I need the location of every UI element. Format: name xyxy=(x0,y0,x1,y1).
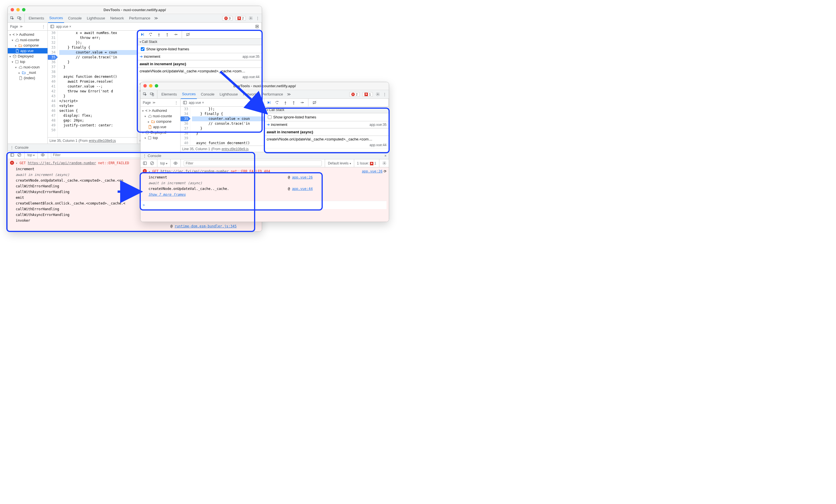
step-into-icon[interactable] xyxy=(283,100,287,105)
close-icon[interactable] xyxy=(143,84,147,88)
step-over-icon[interactable] xyxy=(149,32,153,37)
clear-console-icon[interactable] xyxy=(150,161,154,165)
step-out-icon[interactable] xyxy=(291,100,296,105)
call-stack-header[interactable]: Call Stack xyxy=(264,107,389,113)
more-icon[interactable]: ≫ xyxy=(20,25,23,28)
source-link[interactable]: app.vue:26 xyxy=(362,169,382,174)
gear-icon[interactable] xyxy=(249,16,253,20)
device-icon[interactable] xyxy=(150,92,154,96)
context-selector[interactable]: top ▾ xyxy=(27,153,35,157)
issues-link[interactable]: 1 Issue: ⚑ 1 xyxy=(357,161,376,165)
inspect-icon[interactable] xyxy=(143,92,147,96)
gear-icon[interactable] xyxy=(382,161,386,165)
file-tree[interactable]: < > Authored nuxi-counte compone app.vue… xyxy=(140,107,180,152)
sidebar-toggle-icon[interactable] xyxy=(50,24,54,28)
issues-badge[interactable]: ⚑2 xyxy=(235,16,246,21)
step-icon[interactable] xyxy=(300,100,304,105)
filter-input[interactable] xyxy=(184,160,322,166)
console-output[interactable]: ✕ ▾ GET https://jec.fyi/api/random-numbe… xyxy=(140,167,389,222)
tab-performance[interactable]: Performance xyxy=(261,90,284,99)
show-ignored-checkbox[interactable]: Show ignore-listed frames xyxy=(267,114,316,120)
eye-icon[interactable] xyxy=(41,153,45,157)
step-icon[interactable] xyxy=(173,32,178,37)
file-app-vue[interactable]: app.vue xyxy=(140,124,180,130)
traffic-lights[interactable] xyxy=(11,8,25,12)
show-more-frames[interactable]: Show 7 more frames xyxy=(149,193,186,196)
traffic-lights[interactable] xyxy=(143,84,158,88)
levels-selector[interactable]: Default levels ▾ xyxy=(328,161,351,165)
inspect-icon[interactable] xyxy=(10,16,14,20)
clear-console-icon[interactable] xyxy=(17,153,21,157)
file-app-vue[interactable]: app.vue xyxy=(8,48,48,54)
tab-console[interactable]: Console xyxy=(67,14,83,23)
deactivate-breakpoints-icon[interactable] xyxy=(312,100,317,105)
tab-console[interactable]: Console xyxy=(200,90,216,99)
svg-marker-7 xyxy=(256,26,258,27)
sidebar-toggle-icon[interactable] xyxy=(10,153,14,157)
resume-icon[interactable] xyxy=(140,32,145,37)
step-into-icon[interactable] xyxy=(157,32,161,37)
close-icon[interactable]: × xyxy=(384,154,386,158)
kebab-icon[interactable]: ⋮ xyxy=(42,25,45,28)
tab-network[interactable]: Network xyxy=(109,14,125,23)
maximize-icon[interactable] xyxy=(22,8,25,12)
window-title: DevTools - nuxi-counter.netlify.app/ xyxy=(103,8,166,12)
source-link[interactable]: entry.d9e108e9.js xyxy=(222,147,249,151)
svg-line-44 xyxy=(151,162,153,164)
call-stack-header[interactable]: Call Stack xyxy=(137,39,262,45)
svg-point-27 xyxy=(377,94,379,95)
more-tabs-icon[interactable]: ≫ xyxy=(154,16,158,20)
run-snippet-icon[interactable] xyxy=(255,24,259,28)
more-icon[interactable]: ≫ xyxy=(152,101,155,104)
device-icon[interactable] xyxy=(17,16,21,20)
console-drawer-header[interactable]: ⋮ Console × xyxy=(140,152,389,159)
file-tab[interactable]: app.vue × xyxy=(189,101,204,105)
deactivate-breakpoints-icon[interactable] xyxy=(186,32,190,37)
stack-frame[interactable]: ➔ increment app.vue:35 xyxy=(264,121,389,128)
context-selector[interactable]: top ▾ xyxy=(160,161,167,165)
page-tab[interactable]: Page xyxy=(143,101,151,105)
eye-icon[interactable] xyxy=(173,161,178,165)
stack-frame[interactable]: ➔ increment app.vue:35 xyxy=(137,53,262,60)
step-over-icon[interactable] xyxy=(275,100,279,105)
stack-frame[interactable]: createVNode.onUpdateVal._cache.<computed… xyxy=(264,136,389,149)
step-out-icon[interactable] xyxy=(165,32,169,37)
tab-lighthouse[interactable]: Lighthouse xyxy=(218,90,239,99)
resume-icon[interactable] xyxy=(267,100,271,105)
tab-network[interactable]: Network xyxy=(242,90,258,99)
minimize-icon[interactable] xyxy=(149,84,152,88)
issues-badge[interactable]: ⚑1 xyxy=(362,92,373,97)
tab-lighthouse[interactable]: Lighthouse xyxy=(86,14,107,23)
svg-marker-30 xyxy=(268,101,269,104)
console-prompt[interactable]: > xyxy=(140,201,386,209)
tab-performance[interactable]: Performance xyxy=(128,14,151,23)
minimize-icon[interactable] xyxy=(16,8,20,12)
errors-badge[interactable]: ✕3 xyxy=(222,16,233,21)
close-icon[interactable] xyxy=(11,8,14,12)
file-tab[interactable]: app.vue × xyxy=(56,25,71,28)
source-link[interactable]: entry.d9e108e9.js xyxy=(89,139,116,143)
tab-sources[interactable]: Sources xyxy=(48,14,64,23)
page-tab[interactable]: Page xyxy=(10,25,18,28)
more-tabs-icon[interactable]: ≫ xyxy=(287,92,291,96)
tab-elements[interactable]: Elements xyxy=(160,90,178,99)
sidebar-toggle-icon[interactable] xyxy=(143,161,147,165)
status-bar: Line 35, Column 1 (From entry.d9e108e9.j… xyxy=(180,146,264,152)
debugger-pane: Call Stack Show ignore-listed frames ➔ i… xyxy=(264,107,389,152)
kebab-icon[interactable]: ⋮ xyxy=(256,16,260,20)
tab-elements[interactable]: Elements xyxy=(27,14,45,23)
svg-point-34 xyxy=(285,104,286,104)
tab-sources[interactable]: Sources xyxy=(181,90,197,99)
gear-icon[interactable] xyxy=(376,92,380,96)
errors-badge[interactable]: ✕2 xyxy=(349,92,360,97)
file-tree[interactable]: < > Authored nuxi-counte compone app.vue… xyxy=(8,31,48,143)
show-ignored-checkbox[interactable]: Show ignore-listed frames xyxy=(140,46,189,52)
sidebar-toggle-icon[interactable] xyxy=(183,100,187,105)
maximize-icon[interactable] xyxy=(155,84,158,88)
main-toolbar: Elements Sources Console Lighthouse Netw… xyxy=(8,14,262,23)
kebab-icon[interactable]: ⋮ xyxy=(383,92,386,96)
code-editor[interactable]: 3031323334353637383940414243444546474849… xyxy=(48,31,137,143)
code-editor[interactable]: 3334353637383940 }); } finally { counter… xyxy=(180,107,264,152)
kebab-icon[interactable]: ⋮ xyxy=(174,101,178,105)
stack-frame[interactable]: createVNode.onUpdateVal._cache.<computed… xyxy=(137,68,262,80)
